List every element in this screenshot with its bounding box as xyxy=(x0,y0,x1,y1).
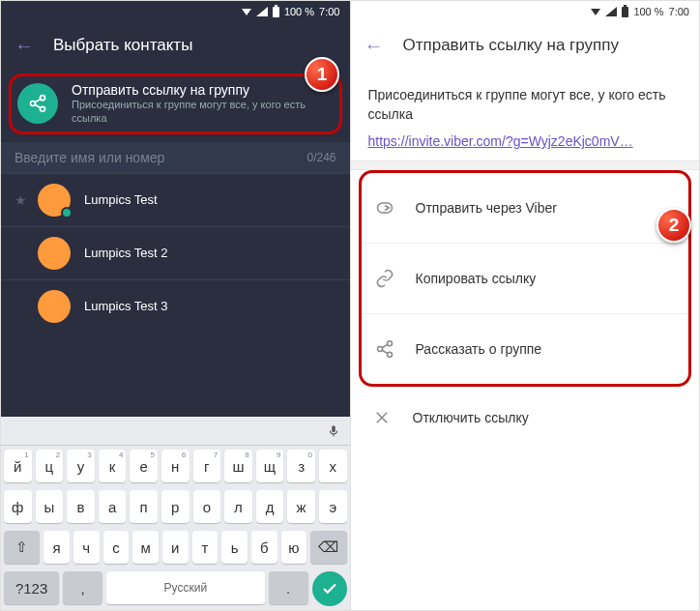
status-bar: 100 % 7:00 xyxy=(351,1,700,22)
avatar xyxy=(38,184,71,217)
key-х[interactable]: х xyxy=(319,450,347,482)
key-в[interactable]: в xyxy=(67,490,95,523)
key-shift[interactable]: ⇧ xyxy=(4,531,40,564)
svg-line-9 xyxy=(382,345,388,348)
key-э[interactable]: э xyxy=(319,490,347,523)
dropdown-icon xyxy=(242,9,251,15)
option-label: Копировать ссылку xyxy=(416,271,537,286)
svg-line-3 xyxy=(35,100,41,102)
key-щ[interactable]: 9щ xyxy=(256,450,284,482)
key-numbers[interactable]: ?123 xyxy=(4,571,59,604)
contacts-list: ★ Lumpics Test Lumpics Test 2 Lumpics Te… xyxy=(1,173,350,333)
key-л[interactable]: л xyxy=(224,490,252,523)
key-п[interactable]: п xyxy=(130,490,158,523)
search-input-row[interactable]: Введите имя или номер 0/246 xyxy=(1,142,350,173)
phone-screen-contacts: 100 % 7:00 ← Выбрать контакты 1 Отправит… xyxy=(1,1,350,610)
disable-link-option[interactable]: Отключить ссылку xyxy=(351,387,700,449)
page-title: Выбрать контакты xyxy=(53,36,192,55)
section-divider xyxy=(351,160,700,170)
key-ш[interactable]: 8ш xyxy=(224,450,252,482)
selection-counter: 0/246 xyxy=(306,151,335,164)
key-period[interactable]: . xyxy=(269,571,308,604)
key-с[interactable]: с xyxy=(103,531,130,564)
key-й[interactable]: 1й xyxy=(4,450,32,482)
svg-point-7 xyxy=(377,347,382,352)
battery-text: 100 % xyxy=(284,6,314,17)
key-я[interactable]: я xyxy=(44,531,70,564)
svg-point-0 xyxy=(41,96,45,101)
contact-name: Lumpics Test xyxy=(84,192,158,207)
key-space[interactable]: Русский xyxy=(106,571,265,604)
key-ч[interactable]: ч xyxy=(73,531,100,564)
star-icon: ★ xyxy=(15,192,24,208)
mic-icon[interactable] xyxy=(327,424,340,438)
svg-point-6 xyxy=(387,341,392,346)
contact-row[interactable]: Lumpics Test 2 xyxy=(1,226,350,279)
signal-icon xyxy=(256,7,268,16)
key-у[interactable]: 3у xyxy=(67,450,95,482)
option-label: Отправить через Viber xyxy=(416,200,557,216)
key-ц[interactable]: 2ц xyxy=(36,450,64,482)
key-ю[interactable]: ю xyxy=(281,531,307,564)
svg-line-10 xyxy=(382,350,388,353)
key-к[interactable]: 4к xyxy=(99,450,127,482)
svg-line-4 xyxy=(35,105,41,108)
key-т[interactable]: т xyxy=(192,531,219,564)
key-б[interactable]: б xyxy=(251,531,277,564)
callout-marker-2: 2 xyxy=(656,208,691,243)
contact-name: Lumpics Test 2 xyxy=(84,246,167,260)
disable-link-label: Отключить ссылку xyxy=(413,410,529,425)
battery-icon xyxy=(273,7,279,17)
key-е[interactable]: 5е xyxy=(130,450,158,482)
share-options-list: Отправить через Viber Копировать ссылку … xyxy=(359,170,692,387)
key-о[interactable]: о xyxy=(193,490,221,523)
key-ж[interactable]: ж xyxy=(287,490,315,523)
key-д[interactable]: д xyxy=(256,490,284,523)
invite-link[interactable]: https://invite.viber.com/?g=Wyjz2eKjc0mV… xyxy=(368,133,683,149)
keyboard-suggestion-bar xyxy=(1,417,350,446)
key-ы[interactable]: ы xyxy=(36,490,64,523)
svg-point-1 xyxy=(31,102,36,106)
page-title: Отправить ссылку на группу xyxy=(403,36,619,55)
share-option[interactable]: Копировать ссылку xyxy=(362,244,689,314)
header: ← Отправить ссылку на группу xyxy=(351,22,700,69)
key-г[interactable]: 7г xyxy=(193,450,221,482)
back-arrow-icon[interactable]: ← xyxy=(15,35,34,57)
svg-point-8 xyxy=(387,353,392,358)
status-bar: 100 % 7:00 xyxy=(1,1,350,22)
key-enter[interactable] xyxy=(312,571,347,606)
battery-icon xyxy=(622,7,628,17)
phone-screen-share-link: 100 % 7:00 ← Отправить ссылку на группу … xyxy=(350,1,700,610)
send-icon xyxy=(375,198,394,218)
key-р[interactable]: р xyxy=(161,490,190,523)
key-м[interactable]: м xyxy=(132,531,159,564)
share-icon xyxy=(17,83,58,124)
key-н[interactable]: 6н xyxy=(161,450,190,482)
avatar xyxy=(38,290,71,323)
share-icon xyxy=(375,339,394,359)
time-text: 7:00 xyxy=(669,6,689,17)
key-comma[interactable]: , xyxy=(63,571,102,604)
info-block: Присоединиться к группе могут все, у ког… xyxy=(351,69,700,160)
key-ф[interactable]: ф xyxy=(4,490,32,523)
option-label: Рассказать о группе xyxy=(416,341,542,357)
share-option[interactable]: Рассказать о группе xyxy=(362,314,689,384)
contact-row[interactable]: Lumpics Test 3 xyxy=(1,279,350,333)
contact-row[interactable]: ★ Lumpics Test xyxy=(1,173,350,226)
close-icon xyxy=(372,408,392,427)
avatar xyxy=(38,237,71,270)
share-option[interactable]: Отправить через Viber xyxy=(362,173,689,244)
key-ь[interactable]: ь xyxy=(221,531,248,564)
link-icon xyxy=(375,269,394,288)
share-card-title: Отправить ссылку на группу xyxy=(72,82,334,98)
header: ← Выбрать контакты xyxy=(1,22,350,69)
back-arrow-icon[interactable]: ← xyxy=(365,35,384,57)
key-и[interactable]: и xyxy=(162,531,189,564)
key-а[interactable]: а xyxy=(99,490,127,523)
key-backspace[interactable]: ⌫ xyxy=(310,531,346,564)
battery-text: 100 % xyxy=(633,6,663,17)
key-з[interactable]: 0з xyxy=(287,450,315,482)
svg-point-2 xyxy=(41,107,45,112)
share-group-link-card[interactable]: Отправить ссылку на группу Присоединитьс… xyxy=(9,73,342,134)
share-card-subtitle: Присоединиться к группе могут все, у ког… xyxy=(72,98,334,126)
